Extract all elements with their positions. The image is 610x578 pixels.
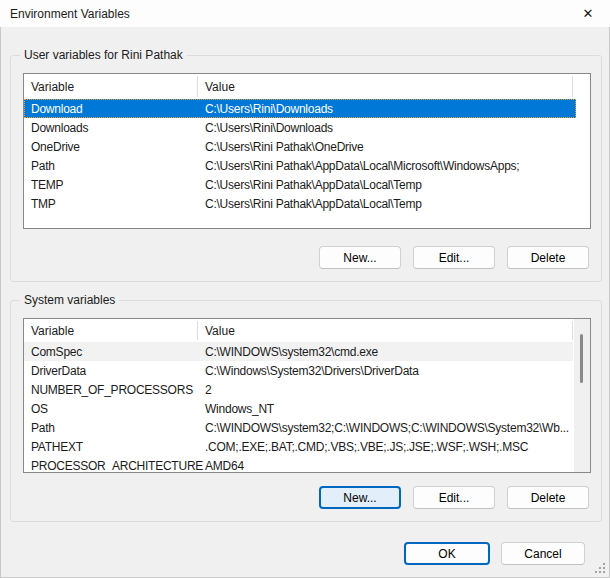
value-cell: C:\Windows\System32\Drivers\DriverData — [197, 364, 573, 378]
user-variables-group: User variables for Rini Pathak Variable … — [10, 55, 602, 282]
cancel-button[interactable]: Cancel — [501, 542, 585, 565]
table-row[interactable]: DownloadsC:\Users\Rini\Downloads — [24, 118, 576, 137]
value-cell: C:\Users\Rini\Downloads — [197, 121, 576, 135]
value-cell: 2 — [197, 383, 573, 397]
user-group-title: User variables for Rini Pathak — [20, 48, 187, 63]
close-button[interactable]: ✕ — [566, 0, 610, 26]
resize-grip[interactable] — [595, 563, 606, 574]
table-row[interactable]: PathC:\WINDOWS\system32;C:\WINDOWS;C:\WI… — [24, 418, 573, 437]
variable-cell: NUMBER_OF_PROCESSORS — [24, 383, 197, 397]
user-variables-table: Variable Value DownloadC:\Users\Rini\Dow… — [23, 73, 591, 229]
column-header-value: Value — [197, 80, 590, 94]
user-delete-button[interactable]: Delete — [507, 246, 589, 269]
table-row[interactable]: PATHEXT.COM;.EXE;.BAT;.CMD;.VBS;.VBE;.JS… — [24, 437, 573, 456]
system-delete-button[interactable]: Delete — [507, 486, 589, 509]
user-edit-button[interactable]: Edit... — [413, 246, 495, 269]
value-cell: C:\Users\Rini Pathak\AppData\Local\Micro… — [197, 159, 576, 173]
variable-cell: Path — [24, 159, 197, 173]
value-cell: C:\Users\Rini Pathak\AppData\Local\Temp — [197, 178, 576, 192]
column-header-variable: Variable — [24, 324, 197, 338]
system-table-body: ComSpecC:\WINDOWS\system32\cmd.exeDriver… — [24, 342, 590, 473]
variable-cell: PROCESSOR_ARCHITECTURE — [24, 459, 197, 473]
system-table-header: Variable Value — [24, 319, 590, 342]
table-row[interactable]: DownloadC:\Users\Rini\Downloads — [24, 99, 576, 118]
table-row[interactable]: OneDriveC:\Users\Rini Pathak\OneDrive — [24, 137, 576, 156]
value-cell: C:\Users\Rini Pathak\OneDrive — [197, 140, 576, 154]
variable-cell: Downloads — [24, 121, 197, 135]
value-cell: C:\Users\Rini\Downloads — [197, 102, 576, 116]
system-variables-group: System variables Variable Value ComSpecC… — [10, 300, 602, 522]
table-row[interactable]: OSWindows_NT — [24, 399, 573, 418]
system-group-title: System variables — [20, 293, 119, 308]
table-row[interactable]: PROCESSOR_ARCHITECTUREAMD64 — [24, 456, 573, 473]
value-cell: C:\WINDOWS\system32\cmd.exe — [197, 345, 573, 359]
variable-cell: PATHEXT — [24, 440, 197, 454]
variable-cell: Path — [24, 421, 197, 435]
system-new-button[interactable]: New... — [319, 486, 401, 509]
table-row[interactable]: TEMPC:\Users\Rini Pathak\AppData\Local\T… — [24, 175, 576, 194]
scrollbar-thumb[interactable] — [580, 334, 583, 383]
user-new-button[interactable]: New... — [319, 246, 401, 269]
window-title: Environment Variables — [10, 7, 130, 21]
variable-cell: DriverData — [24, 364, 197, 378]
ok-button[interactable]: OK — [404, 542, 490, 565]
variable-cell: ComSpec — [24, 345, 197, 359]
system-edit-button[interactable]: Edit... — [413, 486, 495, 509]
variable-cell: OneDrive — [24, 140, 197, 154]
user-table-header: Variable Value — [24, 74, 590, 99]
table-row[interactable]: ComSpecC:\WINDOWS\system32\cmd.exe — [24, 342, 573, 361]
variable-cell: OS — [24, 402, 197, 416]
table-row[interactable]: DriverDataC:\Windows\System32\Drivers\Dr… — [24, 361, 573, 380]
value-cell: C:\Users\Rini Pathak\AppData\Local\Temp — [197, 197, 576, 211]
column-header-value: Value — [197, 324, 590, 338]
close-icon: ✕ — [583, 6, 594, 21]
variable-cell: Download — [24, 102, 197, 116]
table-row[interactable]: NUMBER_OF_PROCESSORS2 — [24, 380, 573, 399]
value-cell: AMD64 — [197, 459, 573, 473]
title-bar: Environment Variables — [0, 0, 610, 27]
value-cell: Windows_NT — [197, 402, 573, 416]
column-header-variable: Variable — [24, 80, 197, 94]
value-cell: C:\WINDOWS\system32;C:\WINDOWS;C:\WINDOW… — [197, 421, 573, 435]
variable-cell: TMP — [24, 197, 197, 211]
vertical-scrollbar[interactable] — [574, 319, 590, 472]
table-row[interactable]: PathC:\Users\Rini Pathak\AppData\Local\M… — [24, 156, 576, 175]
system-variables-table: Variable Value ComSpecC:\WINDOWS\system3… — [23, 318, 591, 473]
environment-variables-dialog: { "window": { "title": "Environment Vari… — [0, 0, 610, 578]
value-cell: .COM;.EXE;.BAT;.CMD;.VBS;.VBE;.JS;.JSE;.… — [197, 440, 573, 454]
table-row[interactable]: TMPC:\Users\Rini Pathak\AppData\Local\Te… — [24, 194, 576, 213]
variable-cell: TEMP — [24, 178, 197, 192]
user-table-body: DownloadC:\Users\Rini\DownloadsDownloads… — [24, 99, 590, 213]
